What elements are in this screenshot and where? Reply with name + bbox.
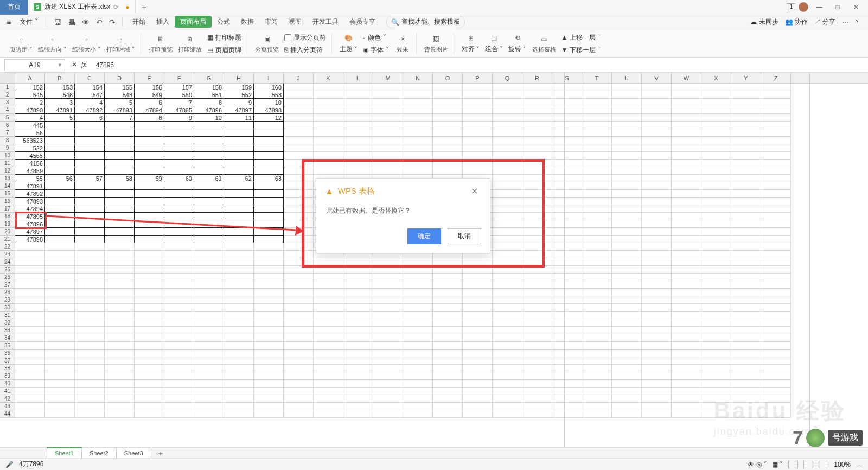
cell[interactable] xyxy=(194,388,224,395)
cell[interactable] xyxy=(731,205,761,213)
cell[interactable] xyxy=(731,266,761,274)
cell[interactable] xyxy=(582,342,612,350)
cell[interactable] xyxy=(224,220,254,228)
cell[interactable] xyxy=(314,289,343,296)
cell[interactable] xyxy=(75,274,105,281)
cell[interactable]: 47898 xyxy=(15,236,45,243)
spreadsheet-grid[interactable]: ABCDEFGHIJKLMNOPQRSTUVWXYZ 1152153154155… xyxy=(0,73,868,447)
cell[interactable] xyxy=(284,289,314,296)
cell[interactable] xyxy=(701,198,731,205)
cell[interactable] xyxy=(701,334,731,342)
cell[interactable] xyxy=(701,266,731,274)
cell[interactable] xyxy=(522,266,552,274)
cell[interactable] xyxy=(135,228,164,236)
cell[interactable] xyxy=(522,296,552,304)
cell[interactable]: 5 xyxy=(45,114,75,122)
cell[interactable] xyxy=(642,160,672,167)
undo-icon[interactable]: ↶ xyxy=(94,18,105,27)
cell[interactable] xyxy=(672,334,701,342)
row-header[interactable]: 17 xyxy=(0,205,15,213)
insert-pagebreak-button[interactable]: ⎘插入分页符 xyxy=(282,45,328,56)
cell[interactable] xyxy=(75,304,105,312)
cell[interactable] xyxy=(224,198,254,205)
cell[interactable] xyxy=(194,342,224,350)
fx-icon[interactable]: fx xyxy=(81,61,86,69)
cell[interactable] xyxy=(582,144,612,152)
sheet-tab-Sheet2[interactable]: Sheet2 xyxy=(81,448,117,458)
cell[interactable] xyxy=(552,327,582,334)
cell[interactable] xyxy=(493,144,522,152)
cell[interactable] xyxy=(463,350,493,357)
cell[interactable] xyxy=(105,395,135,403)
cell[interactable] xyxy=(582,281,612,289)
cell[interactable] xyxy=(552,410,582,418)
cell[interactable] xyxy=(194,380,224,388)
cell[interactable] xyxy=(105,357,135,365)
cell[interactable] xyxy=(642,342,672,350)
cell[interactable] xyxy=(672,357,701,365)
cell[interactable] xyxy=(135,357,164,365)
cell[interactable] xyxy=(612,91,642,99)
cell[interactable] xyxy=(224,334,254,342)
cell[interactable] xyxy=(612,114,642,122)
cell[interactable] xyxy=(45,388,75,395)
cell[interactable] xyxy=(284,342,314,350)
cell[interactable] xyxy=(135,342,164,350)
cell[interactable] xyxy=(522,220,552,228)
cell[interactable] xyxy=(15,380,45,388)
cell[interactable] xyxy=(403,319,433,327)
effects-button[interactable]: ☀效果 xyxy=(392,33,413,55)
cell[interactable] xyxy=(642,182,672,190)
cell[interactable] xyxy=(433,334,463,342)
cell[interactable] xyxy=(314,327,343,334)
cell[interactable] xyxy=(75,312,105,319)
cell[interactable] xyxy=(612,365,642,372)
cell[interactable] xyxy=(224,182,254,190)
cell[interactable] xyxy=(105,334,135,342)
row-header[interactable]: 44 xyxy=(0,410,15,418)
cell[interactable] xyxy=(343,395,373,403)
cell[interactable] xyxy=(194,182,224,190)
menu-tab-7[interactable]: 开发工具 xyxy=(307,15,344,28)
cell[interactable] xyxy=(75,327,105,334)
cell[interactable] xyxy=(731,334,761,342)
cell[interactable] xyxy=(701,160,731,167)
cell[interactable] xyxy=(701,380,731,388)
cell[interactable] xyxy=(373,144,403,152)
cell[interactable] xyxy=(642,220,672,228)
cell[interactable] xyxy=(135,205,164,213)
cell[interactable] xyxy=(612,327,642,334)
cell[interactable] xyxy=(224,129,254,137)
cell[interactable] xyxy=(15,319,45,327)
cell[interactable] xyxy=(75,319,105,327)
cell[interactable] xyxy=(75,266,105,274)
cell[interactable] xyxy=(254,334,284,342)
cell[interactable] xyxy=(493,327,522,334)
cell[interactable] xyxy=(582,410,612,418)
align-button[interactable]: ⊞对齐 ˅ xyxy=(459,31,482,55)
cell[interactable] xyxy=(373,266,403,274)
cell[interactable] xyxy=(314,99,343,106)
cell[interactable] xyxy=(642,122,672,129)
cell[interactable] xyxy=(314,167,343,175)
cell[interactable] xyxy=(522,274,552,281)
cell[interactable] xyxy=(194,410,224,418)
cell[interactable]: 154 xyxy=(75,84,105,91)
cell[interactable] xyxy=(343,106,373,114)
cell[interactable] xyxy=(314,312,343,319)
cell[interactable] xyxy=(672,304,701,312)
cell[interactable] xyxy=(105,319,135,327)
cell[interactable] xyxy=(45,403,75,410)
cell[interactable] xyxy=(45,213,75,220)
cell[interactable] xyxy=(672,106,701,114)
col-header-X[interactable]: X xyxy=(701,73,731,83)
cell[interactable] xyxy=(522,160,552,167)
cell[interactable] xyxy=(75,213,105,220)
cell[interactable] xyxy=(135,160,164,167)
cell[interactable] xyxy=(552,304,582,312)
cell[interactable] xyxy=(75,403,105,410)
cell[interactable] xyxy=(224,243,254,251)
cell[interactable] xyxy=(373,334,403,342)
row-header[interactable]: 8 xyxy=(0,137,15,144)
cell[interactable] xyxy=(612,175,642,182)
